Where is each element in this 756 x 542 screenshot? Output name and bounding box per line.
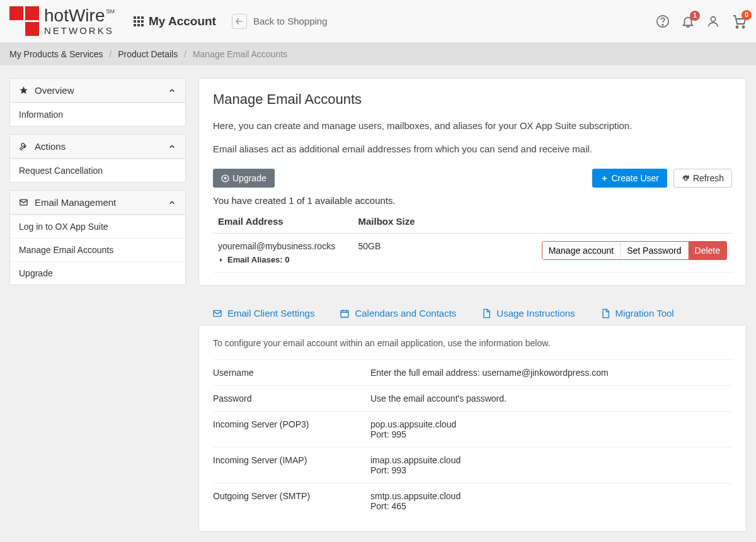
settings-section: Email Client Settings Calendars and Cont… xyxy=(198,302,747,532)
main-content: Manage Email Accounts Here, you can crea… xyxy=(198,78,747,532)
grid-icon xyxy=(134,16,144,26)
user-icon[interactable] xyxy=(706,14,720,28)
tab-calendars-contacts[interactable]: Calendars and Contacts xyxy=(340,302,456,325)
setting-password: Password Use the email account's passwor… xyxy=(213,385,732,411)
cart-icon[interactable]: 0 xyxy=(731,14,747,29)
svg-point-3 xyxy=(736,26,738,28)
account-count-text: You have created 1 of 1 available accoun… xyxy=(213,195,732,206)
delete-button[interactable]: Delete xyxy=(688,242,726,259)
star-icon xyxy=(19,86,28,95)
chevron-up-icon xyxy=(168,142,176,151)
breadcrumb-item-2[interactable]: Product Details xyxy=(118,49,178,59)
breadcrumb-item-1[interactable]: My Products & Services xyxy=(9,49,103,59)
calendar-icon xyxy=(340,308,350,319)
sidebar-item-request-cancellation[interactable]: Request Cancellation xyxy=(10,159,185,182)
row-email: youremail@mybusiness.rocks xyxy=(218,241,348,251)
chevron-up-icon xyxy=(168,198,176,207)
wrench-icon xyxy=(19,142,28,151)
setting-pop3: Incoming Server (POP3) pop.us.appsuite.c… xyxy=(213,411,732,447)
back-to-shopping-link[interactable]: Back to Shopping xyxy=(232,14,328,29)
sidebar-header-actions[interactable]: Actions xyxy=(10,135,185,159)
email-client-settings-card: To configure your email account within a… xyxy=(198,325,747,532)
top-bar: hotWireSM NETWORKS My Account Back to Sh… xyxy=(0,0,756,43)
svg-point-1 xyxy=(662,24,663,25)
svg-rect-8 xyxy=(341,310,348,317)
logo-sub: NETWORKS xyxy=(44,26,115,37)
tab-email-client-settings[interactable]: Email Client Settings xyxy=(212,302,314,325)
notifications-badge: 1 xyxy=(690,11,700,21)
refresh-icon xyxy=(682,174,690,183)
cart-badge: 0 xyxy=(742,10,752,20)
svg-point-4 xyxy=(743,26,745,28)
document-icon xyxy=(481,308,491,319)
back-arrow-icon xyxy=(232,14,247,29)
manage-account-button[interactable]: Manage account xyxy=(542,242,621,259)
my-account-label: My Account xyxy=(149,14,216,28)
logo-brand: hotWireSM xyxy=(44,6,115,26)
breadcrumb-item-3: Manage Email Accounts xyxy=(193,49,287,59)
sidebar-panel-email: Email Management Log in to OX App Suite … xyxy=(9,190,186,285)
sidebar-item-manage-email[interactable]: Manage Email Accounts xyxy=(10,238,185,261)
sidebar-item-login-ox[interactable]: Log in to OX App Suite xyxy=(10,215,185,238)
back-to-shopping-label: Back to Shopping xyxy=(253,16,328,26)
envelope-icon xyxy=(212,308,222,319)
logo[interactable]: hotWireSM NETWORKS xyxy=(9,6,115,36)
svg-point-2 xyxy=(711,16,715,21)
setting-smtp: Outgoing Server (SMTP) smtp.us.appsuite.… xyxy=(213,483,732,519)
document-icon xyxy=(600,308,610,319)
sidebar-panel-overview: Overview Information xyxy=(9,78,186,127)
manage-email-card: Manage Email Accounts Here, you can crea… xyxy=(198,78,747,286)
row-actions-group: Manage account Set Password Delete xyxy=(542,241,727,260)
page-desc-2: Email aliases act as additional email ad… xyxy=(213,142,732,157)
table-row: youremail@mybusiness.rocks Email Aliases… xyxy=(213,234,732,273)
row-size: 50GB xyxy=(358,241,381,251)
set-password-button[interactable]: Set Password xyxy=(620,242,687,259)
tab-migration-tool[interactable]: Migration Tool xyxy=(600,302,674,325)
upgrade-button[interactable]: Upgrade xyxy=(213,169,275,188)
page-desc-1: Here, you can create and manage users, m… xyxy=(213,119,732,133)
sidebar-item-information[interactable]: Information xyxy=(10,103,185,126)
setting-imap: Incoming Server (IMAP) imap.us.appsuite.… xyxy=(213,447,732,483)
help-icon[interactable] xyxy=(656,14,670,28)
tab-usage-instructions[interactable]: Usage Instructions xyxy=(481,302,575,325)
notifications-icon[interactable]: 1 xyxy=(681,14,695,28)
refresh-button[interactable]: Refresh xyxy=(673,169,732,188)
th-size: Mailbox Size xyxy=(353,210,732,234)
upgrade-icon xyxy=(221,174,229,183)
plus-icon xyxy=(600,174,609,183)
settings-tabs: Email Client Settings Calendars and Cont… xyxy=(198,302,747,325)
sidebar-panel-actions: Actions Request Cancellation xyxy=(9,134,186,183)
sidebar-header-overview[interactable]: Overview xyxy=(10,79,185,103)
sidebar-item-upgrade[interactable]: Upgrade xyxy=(10,261,185,285)
th-email: Email Address xyxy=(213,210,353,234)
chevron-right-icon xyxy=(218,257,224,263)
settings-intro: To configure your email account within a… xyxy=(213,338,732,348)
sidebar: Overview Information Actions Request Can… xyxy=(9,78,186,293)
my-account-link[interactable]: My Account xyxy=(134,14,216,28)
logo-icon xyxy=(9,6,39,36)
envelope-icon xyxy=(19,198,28,207)
breadcrumb: My Products & Services / Product Details… xyxy=(0,43,756,65)
page-title: Manage Email Accounts xyxy=(213,91,732,108)
email-accounts-table: Email Address Mailbox Size youremail@myb… xyxy=(213,210,732,273)
setting-username: Username Enter the full email address: u… xyxy=(213,359,732,385)
email-aliases-toggle[interactable]: Email Aliases: 0 xyxy=(218,255,348,264)
chevron-up-icon xyxy=(168,86,176,95)
create-user-button[interactable]: Create User xyxy=(592,169,667,188)
sidebar-header-email[interactable]: Email Management xyxy=(10,191,185,215)
